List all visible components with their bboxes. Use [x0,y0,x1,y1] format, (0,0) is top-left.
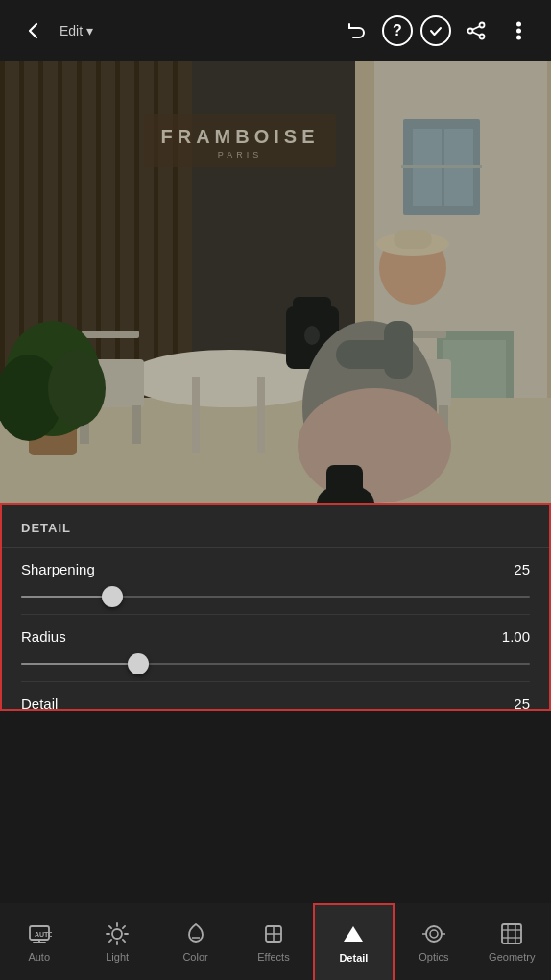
toolbar-item-light[interactable]: Light [78,903,156,980]
sharpening-slider-track[interactable] [21,585,530,608]
sliders-container: Sharpening 25 Radius 1.00 [2,548,549,711]
svg-line-3 [472,26,480,30]
detail-header: Detail 25 [21,696,530,711]
radius-label: Radius [21,628,66,645]
edit-label: Edit [60,23,83,38]
sharpening-track-bg [21,596,530,598]
bottom-toolbar: AUTO Auto Light [0,903,551,980]
svg-line-71 [123,926,125,928]
svg-line-70 [123,940,125,942]
svg-text:AUTO: AUTO [35,931,52,938]
svg-point-78 [430,930,438,938]
radius-slider-row: Radius 1.00 [21,615,530,682]
confirm-button[interactable] [420,15,451,46]
title-arrow: ▾ [86,23,93,38]
sharpening-value: 25 [514,561,530,577]
radius-thumb[interactable] [128,653,149,674]
share-button[interactable] [459,13,493,48]
toolbar-light-label: Light [106,951,129,963]
optics-icon [420,920,447,947]
svg-point-6 [516,29,521,34]
toolbar-item-color[interactable]: Color [156,903,234,980]
color-icon [182,920,209,947]
radius-track-fill [21,663,138,665]
detail-value: 25 [514,696,530,711]
sharpening-thumb[interactable] [102,586,123,607]
toolbar-item-effects[interactable]: Effects [234,903,312,980]
toolbar-geometry-label: Geometry [489,951,535,963]
toolbar-color-label: Color [182,951,207,963]
more-button[interactable] [501,13,536,48]
toolbar-effects-label: Effects [257,951,289,963]
toolbar-auto-label: Auto [28,951,50,963]
toolbar-optics-label: Optics [419,951,448,963]
toolbar-item-optics[interactable]: Optics [395,903,472,980]
toolbar-item-auto[interactable]: AUTO Auto [0,903,78,980]
svg-point-64 [112,929,122,939]
svg-point-5 [516,22,521,27]
svg-rect-59 [0,61,551,503]
svg-line-69 [109,926,111,928]
photo-preview: FRAMBOISE PARIS [0,61,551,503]
help-button[interactable]: ? [382,15,413,46]
svg-rect-81 [502,924,521,943]
svg-point-77 [426,926,442,942]
svg-point-7 [516,36,521,40]
toolbar-item-geometry[interactable]: Geometry [473,903,551,980]
detail-slider-row: Detail 25 [21,682,530,711]
header-actions: ? [340,13,536,48]
svg-point-1 [480,35,485,39]
light-icon [104,920,131,947]
radius-value: 1.00 [502,628,530,645]
svg-point-0 [480,23,485,28]
detail-panel: DETAIL Sharpening 25 Radius 1.00 [0,503,551,711]
auto-icon: AUTO [26,920,53,947]
panel-title: DETAIL [2,505,549,548]
detail-label: Detail [21,696,58,711]
radius-track-bg [21,663,530,665]
toolbar-detail-label: Detail [339,952,368,964]
sharpening-track-fill [21,596,112,598]
effects-icon [260,920,287,947]
sharpening-header: Sharpening 25 [21,561,530,577]
triangle-icon [344,926,363,942]
svg-line-4 [472,32,480,36]
detail-tab-icon [340,921,367,948]
svg-line-72 [109,940,111,942]
undo-button[interactable] [340,13,374,48]
back-button[interactable] [15,12,52,49]
sharpening-label: Sharpening [21,561,95,577]
header: Edit ▾ ? [0,0,551,61]
sharpening-slider-row: Sharpening 25 [21,548,530,615]
svg-point-2 [468,29,473,34]
toolbar-item-detail[interactable]: Detail [313,903,395,980]
radius-slider-track[interactable] [21,652,530,675]
radius-header: Radius 1.00 [21,628,530,645]
geometry-icon [498,920,525,947]
header-title: Edit ▾ [60,23,93,38]
